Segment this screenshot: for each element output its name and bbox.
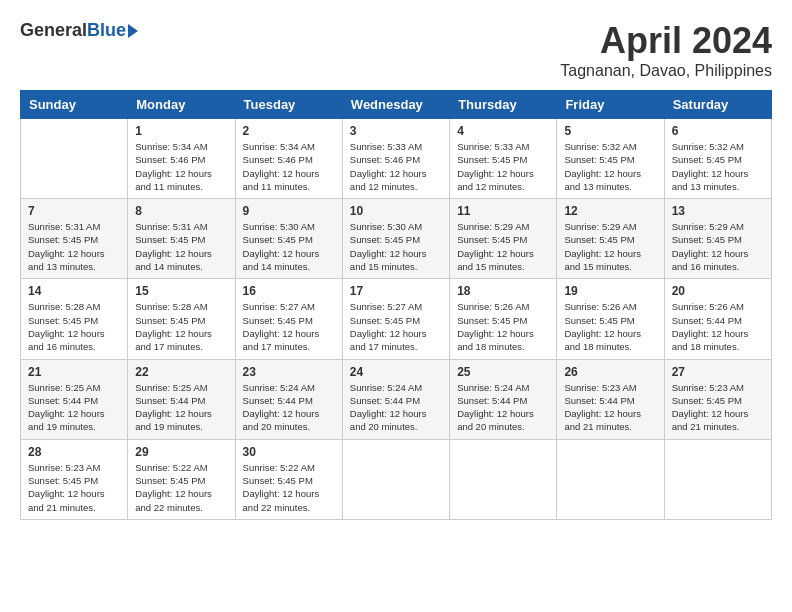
day-info: Sunrise: 5:30 AMSunset: 5:45 PMDaylight:… [243,220,335,273]
day-info: Sunrise: 5:32 AMSunset: 5:45 PMDaylight:… [672,140,764,193]
weekday-row: SundayMondayTuesdayWednesdayThursdayFrid… [21,91,772,119]
day-number: 26 [564,365,656,379]
day-number: 27 [672,365,764,379]
calendar-cell: 30Sunrise: 5:22 AMSunset: 5:45 PMDayligh… [235,439,342,519]
day-number: 17 [350,284,442,298]
day-number: 1 [135,124,227,138]
calendar-cell: 28Sunrise: 5:23 AMSunset: 5:45 PMDayligh… [21,439,128,519]
page-subtitle: Tagnanan, Davao, Philippines [560,62,772,80]
logo-text: General Blue [20,20,138,41]
calendar-cell: 22Sunrise: 5:25 AMSunset: 5:44 PMDayligh… [128,359,235,439]
logo-general: General [20,20,87,41]
day-info: Sunrise: 5:27 AMSunset: 5:45 PMDaylight:… [243,300,335,353]
day-number: 10 [350,204,442,218]
calendar-cell: 3Sunrise: 5:33 AMSunset: 5:46 PMDaylight… [342,119,449,199]
day-info: Sunrise: 5:28 AMSunset: 5:45 PMDaylight:… [135,300,227,353]
day-number: 30 [243,445,335,459]
logo-arrow-icon [128,24,138,38]
weekday-header: Friday [557,91,664,119]
logo: General Blue [20,20,138,41]
calendar-cell: 13Sunrise: 5:29 AMSunset: 5:45 PMDayligh… [664,199,771,279]
day-number: 6 [672,124,764,138]
calendar-cell: 5Sunrise: 5:32 AMSunset: 5:45 PMDaylight… [557,119,664,199]
calendar-cell: 15Sunrise: 5:28 AMSunset: 5:45 PMDayligh… [128,279,235,359]
calendar-cell: 24Sunrise: 5:24 AMSunset: 5:44 PMDayligh… [342,359,449,439]
day-number: 9 [243,204,335,218]
day-info: Sunrise: 5:24 AMSunset: 5:44 PMDaylight:… [350,381,442,434]
day-info: Sunrise: 5:26 AMSunset: 5:45 PMDaylight:… [564,300,656,353]
day-info: Sunrise: 5:22 AMSunset: 5:45 PMDaylight:… [243,461,335,514]
day-number: 3 [350,124,442,138]
day-info: Sunrise: 5:25 AMSunset: 5:44 PMDaylight:… [135,381,227,434]
weekday-header: Saturday [664,91,771,119]
day-info: Sunrise: 5:23 AMSunset: 5:44 PMDaylight:… [564,381,656,434]
calendar-cell: 14Sunrise: 5:28 AMSunset: 5:45 PMDayligh… [21,279,128,359]
weekday-header: Tuesday [235,91,342,119]
calendar-cell: 17Sunrise: 5:27 AMSunset: 5:45 PMDayligh… [342,279,449,359]
calendar-cell: 21Sunrise: 5:25 AMSunset: 5:44 PMDayligh… [21,359,128,439]
day-number: 25 [457,365,549,379]
calendar-cell: 10Sunrise: 5:30 AMSunset: 5:45 PMDayligh… [342,199,449,279]
calendar-cell: 25Sunrise: 5:24 AMSunset: 5:44 PMDayligh… [450,359,557,439]
day-number: 19 [564,284,656,298]
day-info: Sunrise: 5:34 AMSunset: 5:46 PMDaylight:… [135,140,227,193]
day-info: Sunrise: 5:29 AMSunset: 5:45 PMDaylight:… [672,220,764,273]
day-number: 5 [564,124,656,138]
day-info: Sunrise: 5:34 AMSunset: 5:46 PMDaylight:… [243,140,335,193]
day-number: 22 [135,365,227,379]
calendar-cell: 8Sunrise: 5:31 AMSunset: 5:45 PMDaylight… [128,199,235,279]
calendar-cell: 2Sunrise: 5:34 AMSunset: 5:46 PMDaylight… [235,119,342,199]
day-number: 14 [28,284,120,298]
calendar-cell [450,439,557,519]
day-info: Sunrise: 5:31 AMSunset: 5:45 PMDaylight:… [135,220,227,273]
calendar-cell: 12Sunrise: 5:29 AMSunset: 5:45 PMDayligh… [557,199,664,279]
day-number: 21 [28,365,120,379]
day-info: Sunrise: 5:27 AMSunset: 5:45 PMDaylight:… [350,300,442,353]
calendar-cell: 27Sunrise: 5:23 AMSunset: 5:45 PMDayligh… [664,359,771,439]
day-info: Sunrise: 5:23 AMSunset: 5:45 PMDaylight:… [672,381,764,434]
logo-blue: Blue [87,20,126,41]
calendar-cell: 7Sunrise: 5:31 AMSunset: 5:45 PMDaylight… [21,199,128,279]
calendar-header: SundayMondayTuesdayWednesdayThursdayFrid… [21,91,772,119]
day-number: 7 [28,204,120,218]
day-info: Sunrise: 5:29 AMSunset: 5:45 PMDaylight:… [457,220,549,273]
calendar-cell: 11Sunrise: 5:29 AMSunset: 5:45 PMDayligh… [450,199,557,279]
weekday-header: Sunday [21,91,128,119]
day-number: 11 [457,204,549,218]
calendar-cell: 9Sunrise: 5:30 AMSunset: 5:45 PMDaylight… [235,199,342,279]
day-number: 2 [243,124,335,138]
calendar-cell [21,119,128,199]
calendar-cell: 18Sunrise: 5:26 AMSunset: 5:45 PMDayligh… [450,279,557,359]
day-info: Sunrise: 5:32 AMSunset: 5:45 PMDaylight:… [564,140,656,193]
day-info: Sunrise: 5:23 AMSunset: 5:45 PMDaylight:… [28,461,120,514]
day-info: Sunrise: 5:33 AMSunset: 5:45 PMDaylight:… [457,140,549,193]
day-info: Sunrise: 5:31 AMSunset: 5:45 PMDaylight:… [28,220,120,273]
day-info: Sunrise: 5:22 AMSunset: 5:45 PMDaylight:… [135,461,227,514]
day-number: 16 [243,284,335,298]
day-info: Sunrise: 5:33 AMSunset: 5:46 PMDaylight:… [350,140,442,193]
day-number: 8 [135,204,227,218]
calendar-cell: 1Sunrise: 5:34 AMSunset: 5:46 PMDaylight… [128,119,235,199]
page-header: General Blue April 2024 Tagnanan, Davao,… [20,20,772,80]
calendar-week-row: 28Sunrise: 5:23 AMSunset: 5:45 PMDayligh… [21,439,772,519]
calendar-week-row: 14Sunrise: 5:28 AMSunset: 5:45 PMDayligh… [21,279,772,359]
day-number: 28 [28,445,120,459]
title-block: April 2024 Tagnanan, Davao, Philippines [560,20,772,80]
calendar-cell [557,439,664,519]
day-info: Sunrise: 5:24 AMSunset: 5:44 PMDaylight:… [243,381,335,434]
day-info: Sunrise: 5:26 AMSunset: 5:44 PMDaylight:… [672,300,764,353]
weekday-header: Monday [128,91,235,119]
calendar-body: 1Sunrise: 5:34 AMSunset: 5:46 PMDaylight… [21,119,772,520]
day-info: Sunrise: 5:29 AMSunset: 5:45 PMDaylight:… [564,220,656,273]
weekday-header: Wednesday [342,91,449,119]
day-number: 29 [135,445,227,459]
day-info: Sunrise: 5:25 AMSunset: 5:44 PMDaylight:… [28,381,120,434]
calendar-table: SundayMondayTuesdayWednesdayThursdayFrid… [20,90,772,520]
day-info: Sunrise: 5:30 AMSunset: 5:45 PMDaylight:… [350,220,442,273]
calendar-week-row: 1Sunrise: 5:34 AMSunset: 5:46 PMDaylight… [21,119,772,199]
calendar-cell [342,439,449,519]
day-number: 23 [243,365,335,379]
calendar-cell: 20Sunrise: 5:26 AMSunset: 5:44 PMDayligh… [664,279,771,359]
day-number: 12 [564,204,656,218]
day-number: 20 [672,284,764,298]
